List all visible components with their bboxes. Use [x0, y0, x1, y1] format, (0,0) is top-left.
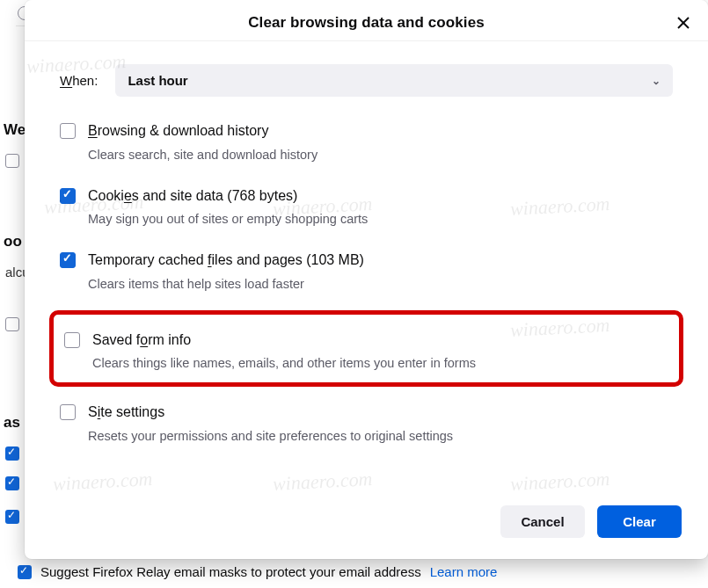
- learn-more-link[interactable]: Learn more: [430, 564, 498, 579]
- checkbox-cookies[interactable]: [60, 188, 76, 204]
- modal-header: Clear browsing data and cookies: [25, 0, 708, 40]
- option-site-settings-label[interactable]: Site settings: [88, 403, 673, 422]
- when-label: When:: [60, 73, 98, 88]
- clear-data-modal: Clear browsing data and cookies When: La…: [25, 0, 708, 559]
- checkbox-saved-forms[interactable]: [64, 332, 80, 348]
- checked-checkbox-icon: [5, 446, 19, 461]
- checked-checkbox-icon: [5, 510, 19, 524]
- chevron-down-icon: ⌄: [652, 75, 661, 87]
- option-saved-forms: Saved form info Clears things like names…: [64, 330, 668, 371]
- option-cache-label[interactable]: Temporary cached files and pages (103 MB…: [88, 250, 673, 270]
- option-browsing-history: Browsing & download history Clears searc…: [60, 121, 673, 162]
- option-saved-forms-desc: Clears things like names, emails, and ot…: [92, 356, 668, 370]
- when-dropdown-value: Last hour: [128, 73, 187, 88]
- option-cache: Temporary cached files and pages (103 MB…: [60, 250, 673, 291]
- option-cookies-desc: May sign you out of sites or empty shopp…: [88, 212, 673, 226]
- clear-button[interactable]: Clear: [597, 505, 682, 538]
- cancel-button[interactable]: Cancel: [500, 505, 585, 538]
- option-browsing-history-desc: Clears search, site and download history: [88, 148, 673, 162]
- checkbox-cache[interactable]: [60, 252, 76, 268]
- modal-title: Clear browsing data and cookies: [25, 14, 708, 32]
- option-saved-forms-label[interactable]: Saved form info: [92, 330, 668, 350]
- modal-footer: Cancel Clear: [25, 497, 708, 559]
- when-dropdown[interactable]: Last hour ⌄: [115, 64, 673, 97]
- checkbox-browsing-history[interactable]: [60, 123, 76, 139]
- option-site-settings-desc: Resets your permissions and site prefere…: [88, 429, 673, 443]
- checkbox-site-settings[interactable]: [60, 404, 76, 420]
- checked-checkbox-icon: [18, 565, 32, 579]
- option-browsing-history-label[interactable]: Browsing & download history: [88, 121, 673, 141]
- checkbox-icon: [5, 317, 19, 331]
- close-button[interactable]: [671, 11, 696, 35]
- checked-checkbox-icon: [5, 476, 19, 490]
- option-cookies-label[interactable]: Cookies and site data (768 bytes): [88, 186, 673, 206]
- close-icon: [676, 16, 690, 30]
- option-site-settings: Site settings Resets your permissions an…: [60, 403, 673, 443]
- bg-suggest-relay-row[interactable]: Suggest Firefox Relay email masks to pro…: [16, 559, 692, 584]
- option-cache-desc: Clears items that help sites load faster: [88, 277, 673, 291]
- checkbox-icon: [5, 154, 19, 168]
- when-row: When: Last hour ⌄: [60, 64, 673, 97]
- modal-body: When: Last hour ⌄ Browsing & download hi…: [25, 40, 708, 497]
- option-cookies: Cookies and site data (768 bytes) May si…: [60, 186, 673, 227]
- highlight-annotation: Saved form info Clears things like names…: [49, 310, 683, 388]
